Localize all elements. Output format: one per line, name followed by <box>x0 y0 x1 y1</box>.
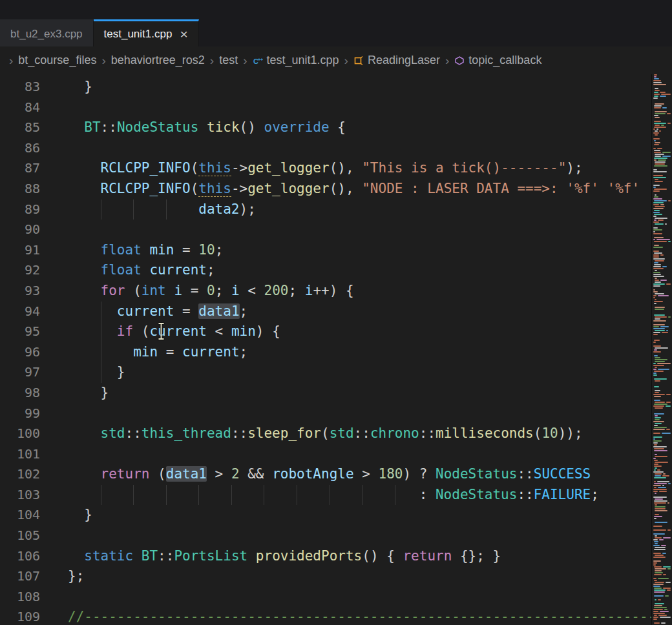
minimap-line <box>656 128 658 130</box>
minimap-line <box>655 179 658 180</box>
code-line-90[interactable] <box>68 220 651 240</box>
minimap-line <box>654 516 662 517</box>
minimap[interactable] <box>651 74 672 625</box>
line-number[interactable]: 90 <box>0 220 40 240</box>
line-number[interactable]: 94 <box>0 302 40 322</box>
minimap-line <box>655 280 659 281</box>
code-token: < <box>207 323 231 339</box>
code-line-89[interactable]: data2); <box>68 200 651 220</box>
chevron-right-icon: › <box>445 54 449 68</box>
code-line-97[interactable]: } <box>68 362 651 383</box>
minimap-line <box>666 283 671 285</box>
code-line-105[interactable] <box>68 526 651 546</box>
line-number[interactable]: 100 <box>0 424 40 444</box>
tab-test_unit1.cpp[interactable]: test_unit1.cpp× <box>94 19 199 46</box>
line-number[interactable]: 87 <box>0 158 40 179</box>
code-line-107[interactable]: }; <box>68 566 651 587</box>
line-number[interactable]: 106 <box>0 546 40 567</box>
minimap-line <box>655 130 658 132</box>
line-number[interactable]: 109 <box>0 607 40 625</box>
minimap-line <box>666 405 671 407</box>
code-line-94[interactable]: current = data1; <box>68 302 651 322</box>
code-line-86[interactable] <box>68 138 651 159</box>
code-line-95[interactable]: if (current < min) { <box>68 322 651 342</box>
line-number[interactable]: 104 <box>0 505 40 526</box>
minimap-line <box>658 159 666 161</box>
code-line-96[interactable]: min = current; <box>68 342 651 363</box>
cpp-file-icon: C++ <box>253 56 263 66</box>
minimap-line <box>655 508 666 509</box>
line-number[interactable]: 101 <box>0 444 40 465</box>
minimap-line <box>655 390 660 391</box>
line-number[interactable]: 91 <box>0 240 40 261</box>
code-line-83[interactable]: } <box>68 77 651 97</box>
code-line-101[interactable] <box>68 444 651 465</box>
code-line-102[interactable]: return (data1 > 2 && robotAngle > 180) ?… <box>68 464 651 485</box>
minimap-line <box>658 578 669 579</box>
code-token: static <box>84 548 133 564</box>
code-line-100[interactable]: std::this_thread::sleep_for(std::chrono:… <box>68 424 651 444</box>
code-token: ( <box>191 181 199 196</box>
line-number[interactable]: 102 <box>0 464 40 485</box>
breadcrumb-item-test_unit1.cpp[interactable]: C++test_unit1.cpp <box>253 54 339 67</box>
line-number[interactable]: 97 <box>0 362 40 383</box>
code-line-98[interactable]: } <box>68 383 651 404</box>
breadcrumb-label: bt_course_files <box>18 54 96 67</box>
code-line-91[interactable]: float min = 10; <box>68 240 651 261</box>
line-number[interactable]: 105 <box>0 526 40 546</box>
line-number[interactable]: 85 <box>0 118 40 138</box>
tab-bt_u2_ex3.cpp[interactable]: bt_u2_ex3.cpp <box>0 19 94 46</box>
minimap-line <box>654 574 662 575</box>
minimap-line <box>653 177 666 178</box>
minimap-line <box>654 78 659 79</box>
minimap-line <box>653 617 658 618</box>
line-number[interactable]: 88 <box>0 179 40 200</box>
line-number[interactable]: 103 <box>0 485 40 506</box>
line-number[interactable]: 99 <box>0 404 40 424</box>
line-number[interactable]: 93 <box>0 281 40 302</box>
code-line-103[interactable]: : NodeStatus::FAILURE; <box>68 485 651 506</box>
breadcrumb-item-ReadingLaser[interactable]: ReadingLaser <box>353 54 440 67</box>
close-icon[interactable]: × <box>180 27 187 41</box>
code-line-104[interactable]: } <box>68 505 651 526</box>
code-token: ; <box>207 262 215 278</box>
code-token: ); <box>566 160 582 176</box>
minimap-line <box>653 557 666 558</box>
code-line-99[interactable] <box>68 404 651 424</box>
code-line-85[interactable]: BT::NodeStatus tick() override { <box>68 118 651 138</box>
line-number[interactable]: 107 <box>0 566 40 587</box>
minimap-line <box>654 469 656 471</box>
line-number[interactable]: 86 <box>0 138 40 159</box>
minimap-line <box>653 175 663 176</box>
code-line-109[interactable]: //--------------------------------------… <box>68 607 651 625</box>
code-token: -> <box>231 160 247 176</box>
minimap-line <box>654 150 660 151</box>
line-number[interactable]: 84 <box>0 97 40 118</box>
minimap-line <box>655 402 665 403</box>
code-line-106[interactable]: static BT::PortsList providedPorts() { r… <box>68 546 651 567</box>
minimap-line <box>653 132 659 134</box>
line-number[interactable]: 96 <box>0 342 40 363</box>
breadcrumb-item-behaviortree_ros2[interactable]: behaviortree_ros2 <box>111 54 205 67</box>
line-number[interactable]: 89 <box>0 200 40 220</box>
line-number[interactable]: 98 <box>0 383 40 404</box>
code-token: < <box>240 283 264 298</box>
line-number[interactable]: 83 <box>0 77 40 97</box>
line-number[interactable]: 95 <box>0 322 40 342</box>
breadcrumb-item-topic_callback[interactable]: topic_callback <box>454 54 541 67</box>
line-number[interactable]: 108 <box>0 587 40 608</box>
code-line-84[interactable] <box>68 97 651 118</box>
breadcrumb-item-test[interactable]: test <box>219 54 238 67</box>
code-line-108[interactable] <box>68 587 651 608</box>
code-area[interactable]: } BT::NodeStatus tick() override { RCLCP… <box>68 77 651 625</box>
code-line-92[interactable]: float current; <box>68 260 651 281</box>
code-line-93[interactable]: for (int i = 0; i < 200; i++) { <box>68 281 651 302</box>
code-line-87[interactable]: RCLCPP_INFO(this->get_logger(), "This is… <box>68 158 651 179</box>
line-number[interactable]: 92 <box>0 260 40 281</box>
breadcrumb-item-bt_course_files[interactable]: bt_course_files <box>18 54 96 67</box>
minimap-line <box>653 405 664 407</box>
minimap-line <box>662 152 671 153</box>
code-token: current <box>182 344 240 360</box>
minimap-line <box>654 588 662 589</box>
code-line-88[interactable]: RCLCPP_INFO(this->get_logger(), "NODE : … <box>68 179 651 200</box>
